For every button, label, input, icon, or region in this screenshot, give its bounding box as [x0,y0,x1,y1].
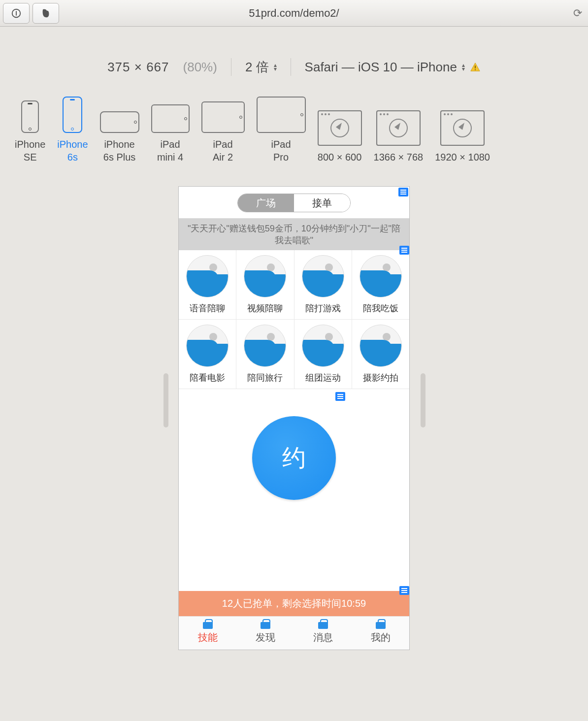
tab-icon [376,622,386,629]
status-banner: 12人已抢单，剩余选择时间10:59 [179,591,409,616]
tab-我的[interactable]: 我的 [352,617,409,650]
ticker-text: "天天开心"赠送钱包59金币，10分钟约到"小刀"一起"陪我去唱歌" [188,224,400,245]
viewport-zoom-percent: (80%) [183,60,217,75]
placeholder-image-icon [186,325,229,367]
placeholder-image-icon [244,325,286,367]
segment-tab-orders[interactable]: 接单 [294,194,350,212]
tab-label: 我的 [371,631,391,644]
device-label: iPadPro [271,138,291,164]
tab-技能[interactable]: 技能 [179,617,236,650]
category-label: 陪同旅行 [247,372,283,384]
segment-control: 广场 接单 [237,194,351,212]
svg-rect-1 [16,11,17,15]
device-label: iPadAir 2 [213,138,233,164]
device-label: 1920 × 1080 [435,151,490,164]
category-label: 组团运动 [305,372,341,384]
bottom-tab-bar: 技能 发现 消息 我的 [179,616,409,650]
address-bar-url[interactable]: 51prd.com/demo2/ [249,7,339,20]
status-banner-text: 12人已抢单，剩余选择时间10:59 [222,598,366,609]
device-preset-b1366[interactable]: 1366 × 768 [374,110,424,164]
user-agent-select[interactable]: Safari — iOS 10 — iPhone ▴▾ [305,60,481,75]
svg-rect-2 [475,66,476,68]
category-item[interactable]: 陪打游戏 [294,250,352,319]
warning-icon [470,62,481,72]
device-preset-iphone-se[interactable]: iPhoneSE [15,100,45,164]
responsive-design-bar: 375 × 667 (80%) 2 倍 ▴▾ Safari — iOS 10 —… [0,58,588,76]
category-item[interactable]: 语音陪聊 [179,250,236,319]
user-agent-label: Safari — iOS 10 — iPhone [305,60,457,75]
browser-toolbar: 51prd.com/demo2/ ⟳ [0,0,588,27]
device-preset-b1920[interactable]: 1920 × 1080 [435,110,490,164]
placeholder-image-icon [359,325,402,367]
device-label: iPhoneSE [15,138,45,164]
annotation-marker-icon[interactable] [399,246,409,255]
annotation-marker-icon[interactable] [335,392,345,401]
extension-evernote-icon[interactable] [33,3,59,24]
device-label: iPhone6s [57,138,88,164]
segment-control-row: 广场 接单 [179,187,409,219]
resize-handle-right[interactable] [421,373,425,427]
placeholder-image-icon [186,255,229,297]
device-label: 1366 × 768 [374,151,424,164]
device-screen: 广场 接单 "天天开心"赠送钱包59金币，10分钟约到"小刀"一起"陪我去唱歌"… [178,186,410,650]
device-preset-iphone-6s[interactable]: iPhone6s [57,97,88,164]
segment-tab-square[interactable]: 广场 [238,194,294,212]
tab-icon [261,622,270,629]
category-item[interactable]: 陪同旅行 [236,320,294,389]
tab-icon [203,622,213,629]
annotation-marker-icon[interactable] [399,586,409,595]
placeholder-image-icon [302,255,344,297]
device-preset-b800[interactable]: 800 × 600 [318,110,362,164]
category-label: 摄影约拍 [363,372,398,384]
category-grid: 语音陪聊 视频陪聊 陪打游戏 陪我吃饭 陪看电影 陪同旅行 组团运动 摄影约拍 [179,250,409,389]
svg-rect-3 [475,69,476,70]
compass-icon [389,119,408,137]
tab-label: 发现 [256,631,275,644]
separator [291,58,291,76]
separator [231,58,231,76]
compass-icon [453,119,472,137]
device-preset-ipad-pro[interactable]: iPadPro [257,97,306,164]
placeholder-image-icon [302,325,344,367]
compass-icon [330,119,349,137]
category-item[interactable]: 组团运动 [294,320,352,389]
announcement-ticker: "天天开心"赠送钱包59金币，10分钟约到"小刀"一起"陪我去唱歌" [179,219,409,250]
stepper-icon: ▴▾ [462,63,465,71]
category-item[interactable]: 陪我吃饭 [352,250,409,319]
book-button[interactable]: 约 [252,416,336,500]
book-button-label: 约 [282,442,306,474]
placeholder-image-icon [359,255,402,297]
placeholder-image-icon [244,255,286,297]
category-label: 语音陪聊 [190,302,225,314]
spacer [179,527,409,591]
device-preset-ipad-air2[interactable]: iPadAir 2 [201,101,245,164]
stepper-icon: ▴▾ [274,63,277,71]
viewport-dimensions[interactable]: 375 × 667 [107,60,169,75]
category-label: 陪我吃饭 [363,302,398,314]
reload-icon[interactable]: ⟳ [573,7,582,20]
device-label: iPadmini 4 [157,138,183,164]
resize-handle-left[interactable] [163,373,168,427]
annotation-marker-icon[interactable] [398,188,408,197]
tab-icon [318,622,328,629]
category-item[interactable]: 陪看电影 [179,320,236,389]
pixel-ratio-label: 2 倍 [245,59,269,76]
tab-label: 技能 [198,631,218,644]
cta-area: 约 [179,389,409,527]
device-preset-iphone-6sp[interactable]: iPhone6s Plus [100,111,139,164]
tab-发现[interactable]: 发现 [236,617,294,650]
device-label: iPhone6s Plus [103,138,136,164]
device-preset-ipad-mini4[interactable]: iPadmini 4 [151,104,190,164]
category-item[interactable]: 摄影约拍 [352,320,409,389]
tab-消息[interactable]: 消息 [294,617,352,650]
device-label: 800 × 600 [318,151,362,164]
device-preset-list: iPhoneSE iPhone6s iPhone6s Plus iPadmini… [15,97,588,164]
category-item[interactable]: 视频陪聊 [236,250,294,319]
category-label: 陪打游戏 [305,302,341,314]
category-label: 陪看电影 [190,372,225,384]
tab-label: 消息 [313,631,333,644]
pixel-ratio-select[interactable]: 2 倍 ▴▾ [245,59,277,76]
category-label: 视频陪聊 [247,302,283,314]
extension-1password-icon[interactable] [3,3,30,24]
device-preview-container: 广场 接单 "天天开心"赠送钱包59金币，10分钟约到"小刀"一起"陪我去唱歌"… [178,186,410,650]
